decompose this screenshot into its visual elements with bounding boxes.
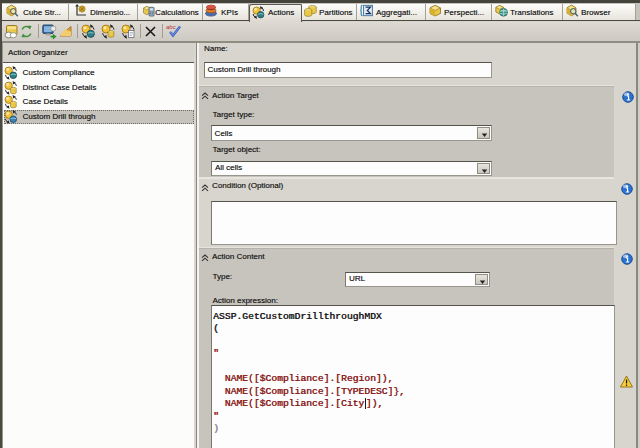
svg-text:abc: abc (166, 24, 176, 30)
